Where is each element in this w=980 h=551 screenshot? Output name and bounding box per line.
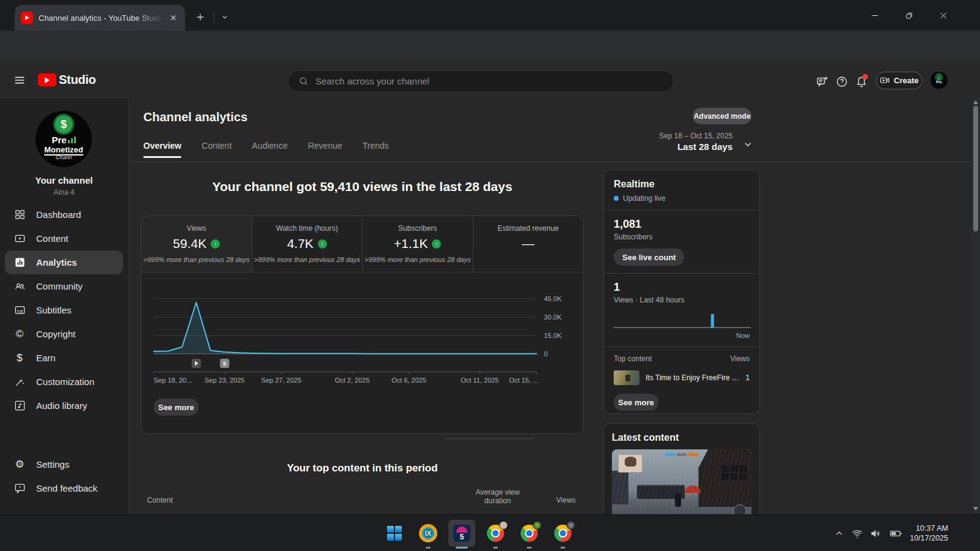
metric-subscribers[interactable]: Subscribers +1.1K↑ >999% more than previ…: [363, 216, 473, 272]
realtime-48h-chart[interactable]: [614, 309, 750, 330]
tab-close-icon[interactable]: [168, 12, 179, 23]
studio-sidebar: $ Pre Monetized Chann Your channel Aina …: [0, 99, 129, 514]
settings-gear-icon: ⚙: [13, 459, 26, 471]
latest-video-thumbnail[interactable]: [612, 449, 752, 522]
scroll-down-arrow[interactable]: [973, 507, 978, 511]
window-minimize-button[interactable]: [861, 6, 889, 24]
taskbar-chrome-2[interactable]: [516, 520, 543, 547]
scrollbar-thumb[interactable]: [973, 106, 978, 231]
trend-up-icon: ↑: [432, 239, 441, 249]
dollar-coin-icon: $: [53, 114, 74, 135]
svg-text:Oct 11, 2025: Oct 11, 2025: [461, 377, 499, 384]
taskbar-chrome-3[interactable]: [549, 520, 576, 547]
sidebar-item-community[interactable]: Community: [0, 274, 128, 298]
tab-overview[interactable]: Overview: [143, 141, 181, 158]
help-icon[interactable]: [834, 74, 849, 89]
see-more-button[interactable]: See more: [154, 399, 198, 416]
advanced-mode-button[interactable]: Advanced mode: [693, 108, 752, 124]
trend-up-icon: ↑: [211, 239, 220, 249]
top-content-column: Top content: [614, 354, 652, 363]
tab-audience[interactable]: Audience: [252, 141, 287, 158]
search-placeholder: Search across your channel: [315, 76, 429, 86]
create-button[interactable]: Create: [876, 72, 922, 89]
channel-search-input[interactable]: Search across your channel: [288, 70, 674, 92]
sidebar-footer: ⚙ Settings Send feedback: [0, 452, 128, 500]
taskbar-app-active-profile-5[interactable]: 5: [448, 520, 475, 547]
sidebar-item-dashboard[interactable]: Dashboard: [0, 203, 128, 227]
chevron-down-icon[interactable]: [741, 138, 755, 151]
see-live-count-button[interactable]: See live count: [614, 249, 684, 266]
battery-icon[interactable]: [889, 527, 902, 540]
svg-text:15.0K: 15.0K: [544, 332, 562, 339]
views-line-chart[interactable]: 45.0K30.0K15.0K05Sep 18, 20...Sep 23, 20…: [141, 272, 584, 392]
sidebar-item-analytics[interactable]: Analytics: [5, 250, 123, 274]
tray-time: 10:37 AM: [910, 523, 948, 533]
latest-content-title: Latest content: [612, 432, 752, 443]
start-button[interactable]: [381, 520, 408, 547]
metric-watch-time[interactable]: Watch time (hours) 4.7K↑ >999% more than…: [252, 216, 363, 272]
date-range: Sep 18 – Oct 15, 2025: [612, 132, 733, 140]
sidebar-item-content[interactable]: Content: [0, 227, 128, 250]
realtime-see-more-button[interactable]: See more: [614, 394, 658, 411]
tab-trends[interactable]: Trends: [363, 141, 389, 158]
video-thumbnail: [614, 370, 639, 385]
realtime-title: Realtime: [614, 179, 750, 190]
scroll-up-arrow[interactable]: [973, 100, 978, 104]
metric-views[interactable]: Views 59.4K↑ >999% more than previous 28…: [141, 216, 252, 272]
browser-tab[interactable]: Channel analytics - YouTube Studio: [15, 5, 185, 31]
taskbar-app-ix[interactable]: IX: [415, 520, 442, 547]
window-close-button[interactable]: [929, 6, 957, 24]
feedback-icon: [13, 482, 26, 495]
page-scrollbar[interactable]: [971, 99, 980, 514]
hamburger-menu-icon[interactable]: [11, 72, 28, 89]
windows-logo-icon: [387, 526, 402, 541]
volume-icon[interactable]: [870, 528, 882, 539]
send-feedback-icon[interactable]: [815, 74, 829, 89]
realtime-card: Realtime Updating live 1,081 Subscribers…: [603, 170, 760, 414]
studio-logo[interactable]: Studio: [38, 73, 96, 87]
metric-views-value: 59.4K: [173, 236, 206, 251]
tab-search-chevron-icon[interactable]: [218, 10, 232, 24]
divider: [604, 273, 760, 274]
analytics-tabs: Overview Content Audience Revenue Trends: [143, 141, 389, 158]
taskbar-clock[interactable]: 10:37 AM 10/17/2025: [910, 523, 948, 543]
views-headline: Your channel got 59,410 views in the las…: [141, 179, 584, 194]
profile-5-app-icon: 5: [453, 525, 470, 542]
search-icon: [298, 76, 309, 86]
sidebar-item-send-feedback[interactable]: Send feedback: [0, 476, 128, 500]
sidebar-item-copyright[interactable]: © Copyright: [0, 322, 128, 346]
tab-title: Channel analytics - YouTube Studio: [39, 13, 168, 23]
sidebar-item-earn[interactable]: $ Earn: [0, 346, 128, 370]
community-icon: [13, 280, 26, 293]
browser-toolbar: 5 studio.youtube.com/channel/UCr7JY7PUB8…: [0, 31, 980, 61]
dashboard-icon: [13, 209, 26, 221]
profile-overlay: [499, 521, 508, 530]
section-divider: [445, 438, 535, 439]
metric-estimated-revenue[interactable]: Estimated revenue —: [473, 216, 584, 272]
window-restore-button[interactable]: [895, 6, 923, 24]
metric-revenue-value: —: [522, 236, 535, 251]
sidebar-item-subtitles[interactable]: Subtitles: [0, 298, 128, 322]
svg-text:Oct 6, 2025: Oct 6, 2025: [391, 377, 426, 384]
svg-text:30.0K: 30.0K: [544, 313, 562, 321]
wifi-icon[interactable]: [851, 528, 863, 539]
tab-content[interactable]: Content: [202, 141, 232, 158]
sidebar-item-settings[interactable]: ⚙ Settings: [0, 452, 128, 476]
updating-live-label: Updating live: [623, 194, 665, 203]
notifications-bell-icon[interactable]: [854, 74, 869, 89]
account-avatar[interactable]: $ Pre: [930, 72, 948, 89]
date-range-picker[interactable]: Sep 18 – Oct 15, 2025 Last 28 days: [612, 132, 733, 152]
svg-text:Oct 2, 2025: Oct 2, 2025: [335, 377, 370, 384]
sidebar-item-audio-library[interactable]: Audio library: [0, 394, 128, 418]
realtime-subscribers-label: Subscribers: [614, 233, 750, 241]
new-tab-button[interactable]: [191, 8, 209, 26]
period-label: Last 28 days: [612, 141, 733, 152]
your-channel-label: Your channel: [0, 175, 128, 186]
top-content-row[interactable]: Its Time to Enjoy FreeFire wit... 1: [614, 370, 750, 385]
channel-avatar[interactable]: $ Pre Monetized Chann: [36, 111, 92, 167]
tab-revenue[interactable]: Revenue: [308, 141, 342, 158]
realtime-views-label: Views · Last 48 hours: [614, 296, 750, 304]
taskbar-chrome-1[interactable]: [482, 520, 509, 547]
tray-chevron-up-icon[interactable]: [834, 528, 844, 538]
sidebar-item-customization[interactable]: Customization: [0, 370, 128, 394]
